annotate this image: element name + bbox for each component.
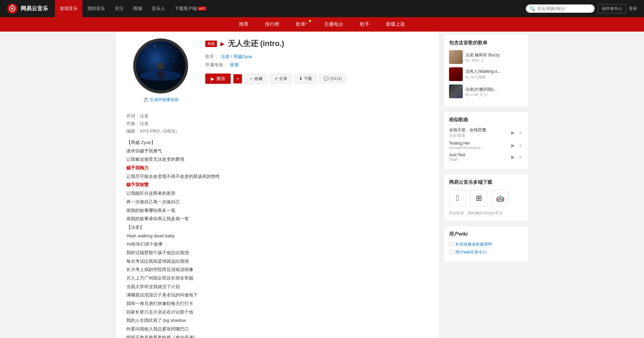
wiki-item-1[interactable]: 补充或修改歌曲资料 — [449, 241, 523, 247]
lyrics-line: Yo给你们讲个故事 — [126, 240, 428, 249]
svg-point-15 — [159, 68, 163, 72]
lyrics-line: 当我大学毕业我就没了计划 — [126, 283, 428, 291]
playlists-title: 包含这首歌的歌单 — [449, 40, 523, 46]
nav-musicians[interactable]: 音乐人 — [147, 0, 170, 17]
similar-title: 相似歌曲 — [449, 117, 523, 123]
svg-rect-17 — [157, 72, 159, 76]
similar-play-btn-3[interactable]: ▶ — [510, 154, 516, 160]
similar-song-title-3: Just Text — [449, 153, 504, 157]
similar-play-btn-1[interactable]: ▶ — [510, 129, 516, 136]
similar-song-3[interactable]: Just Text Shah ▶ + — [449, 153, 523, 161]
hot-badge: HOT — [198, 7, 206, 11]
lyrics-line: 我和一堆兄弟打拼兼职每天打打卡 — [126, 300, 428, 308]
subnav-ranking[interactable]: 排行榜 — [257, 17, 288, 32]
play-button[interactable]: ▶ 播放 — [205, 74, 231, 84]
svg-rect-16 — [159, 72, 163, 77]
wiki-section: 用户wiki 补充或修改歌曲资料 用户wiki任务中心 — [444, 226, 528, 262]
lyrics-line: 满嘴屁话混混日子美名玩的叫做地下 — [126, 291, 428, 300]
lyrics-line: 回家长辈只言片语还在讨论那个他 — [126, 308, 428, 317]
playlist-item[interactable]: 法老 杨和苏 Buzzy by -Why_z — [449, 50, 523, 64]
svg-point-5 — [146, 48, 147, 48]
song-title: 无人生还 (intro.) — [228, 38, 284, 49]
similar-song-title-1: 金钱天使、金钱恶魔 — [449, 127, 504, 133]
lyrics-line: 再一次做自己再一次做自己 — [126, 198, 428, 206]
playlist-item-2[interactable]: 活死人(Walking d... by 扶兰嗡林 — [449, 67, 523, 81]
similar-song-2[interactable]: Texting Her Iceman/Horseshoe ... ▶ + — [449, 141, 523, 150]
song-meta: 歌手： 法老 / 周越Zyue 所属专辑： 退潮 — [205, 54, 428, 68]
album-link[interactable]: 退潮 — [230, 62, 239, 68]
sub-navigation: 推荐 排行榜 歌单° 主播电台 歌手 新碟上架 — [0, 17, 644, 32]
nav-my-music[interactable]: 我的音乐 — [82, 0, 110, 17]
search-area[interactable]: 🔍 — [526, 4, 595, 13]
playlist-thumb-3 — [449, 84, 463, 98]
windows-download-icon[interactable]: ⊞ — [470, 190, 487, 207]
similar-actions-3: ▶ + — [510, 154, 523, 160]
android-download-icon[interactable]: 🤖 — [492, 190, 509, 207]
subnav-playlists[interactable]: 歌单° — [288, 17, 316, 32]
lyrics-line: 画我的故事请你再让我多画一笔 — [126, 215, 428, 223]
lyrics-line: 外婆问我收入我总紧张闭嘴巴口 — [126, 325, 428, 334]
lyrics-line: 每次考试比我高篮球跳远比我强 — [126, 257, 428, 266]
playlist-info-2: 活死人(Walking d... by 扶兰嗡林 — [465, 69, 523, 80]
album-label: 所属专辑： — [205, 62, 228, 68]
playlist-by-3: by Lxxk_2_U — [465, 92, 523, 97]
artist-label: 歌手： — [205, 54, 219, 60]
tag-arrow: ▶ — [220, 41, 225, 47]
lyrics-line: 【周越 Zyue】 — [126, 138, 428, 147]
subnav-artists[interactable]: 歌手 — [352, 17, 378, 32]
comment-icon: 💬 — [324, 76, 329, 81]
artist-link[interactable]: 法老 / 周越Zyue — [221, 54, 252, 60]
lyrics-line: 请求你赐予我勇气 — [126, 147, 428, 156]
wiki-link-2: 用户wiki任务中心 — [455, 249, 487, 255]
search-input[interactable] — [537, 6, 591, 11]
album-row: 所属专辑： 退潮 — [205, 62, 428, 68]
nav-download[interactable]: 下载客户端 HOT — [170, 0, 211, 17]
similar-add-btn-1[interactable]: + — [518, 129, 523, 136]
top-navigation: 网易云音乐 发现音乐 我的音乐 关注 商城 音乐人 下载客户端 HOT 🔍 创作… — [0, 0, 644, 17]
subnav-radio[interactable]: 主播电台 — [316, 17, 352, 32]
svg-rect-18 — [163, 72, 165, 76]
wiki-item-2[interactable]: 用户wiki任务中心 — [449, 249, 523, 255]
song-header: 🎵 生成外链播放器 单曲 ▶ 无人生还 (intro.) 歌手： 法老 / — [126, 38, 428, 103]
comment-button[interactable]: 💬 (5414) — [319, 74, 347, 83]
lyrics-section: 作词：法老 作曲：法老 编曲：AYO PRO（DiESi） 【周越 Zyue】请… — [126, 110, 428, 338]
svg-point-4 — [136, 41, 185, 91]
single-tag: 单曲 — [205, 41, 217, 47]
song-detail: 🎵 生成外链播放器 单曲 ▶ 无人生还 (intro.) 歌手： 法老 / — [116, 32, 439, 338]
generate-link[interactable]: 🎵 生成外链播放器 — [143, 97, 179, 103]
nav-follow[interactable]: 关注 — [110, 0, 128, 17]
nav-discover[interactable]: 发现音乐 — [55, 0, 82, 17]
login-button[interactable]: 登录 — [629, 6, 637, 12]
ios-download-icon[interactable]:  — [449, 190, 466, 207]
subnav-recommend[interactable]: 推荐 — [231, 17, 257, 32]
playlist-dot — [309, 20, 311, 22]
logo[interactable]: 网易云音乐 — [7, 3, 48, 14]
play-add-button[interactable]: + — [233, 74, 242, 83]
logo-text: 网易云音乐 — [21, 5, 48, 12]
wiki-checkbox-1 — [449, 242, 453, 246]
similar-song-artist-2: Iceman/Horseshoe ... — [449, 146, 504, 150]
similar-add-btn-3[interactable]: + — [518, 154, 523, 160]
search-icon: 🔍 — [529, 6, 535, 11]
subnav-new-albums[interactable]: 新碟上架 — [378, 17, 413, 32]
similar-play-btn-2[interactable]: ▶ — [510, 142, 516, 149]
share-button[interactable]: ↗ 分享 — [270, 74, 292, 84]
similar-add-btn-2[interactable]: + — [518, 142, 523, 149]
album-art-inner — [136, 41, 185, 91]
similar-song-info-2: Texting Her Iceman/Horseshoe ... — [449, 141, 510, 150]
lyrics-line: 画我的故事哪怕再多一笔 — [126, 206, 428, 215]
similar-song-1[interactable]: 金钱天使、金钱恶魔 法老/雷迪 ▶ + — [449, 127, 523, 138]
collect-button[interactable]: ☆ 收藏 — [245, 74, 267, 84]
svg-rect-19 — [159, 77, 161, 81]
download-button[interactable]: ⬇ 下载 — [295, 74, 317, 84]
playlist-item-3[interactable]: 法老|大傻|刘聪|... by Lxxk_2_U — [449, 84, 523, 98]
creator-center-button[interactable]: 创作者中心 — [598, 4, 626, 13]
lyrics-meta: 作词：法老 作曲：法老 编曲：AYO PRO（DiESi） — [126, 113, 428, 134]
svg-point-6 — [154, 46, 155, 47]
svg-point-11 — [173, 56, 174, 57]
nav-mall[interactable]: 商城 — [128, 0, 147, 17]
playlist-by-1: by -Why_z — [465, 58, 523, 62]
wiki-title: 用户wiki — [449, 231, 523, 237]
song-tag-title: 单曲 ▶ 无人生还 (intro.) — [205, 38, 428, 49]
similar-actions-1: ▶ + — [510, 129, 523, 136]
